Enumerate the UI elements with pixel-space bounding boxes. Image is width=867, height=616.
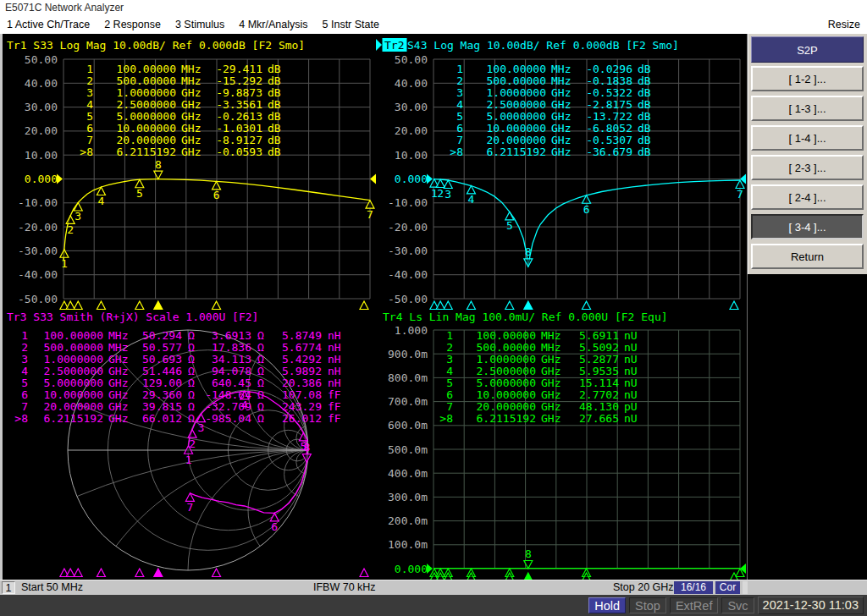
marker-table-cell: 5.6911 (579, 329, 619, 342)
marker-table-cell: -29.411 (216, 63, 262, 75)
hold-indicator: Hold (588, 597, 626, 613)
marker-table-cell: dB (638, 110, 651, 123)
marker-table-cell: 243.29 (282, 400, 322, 413)
resize-button[interactable]: Resize (828, 15, 860, 34)
marker-triangle (74, 301, 82, 310)
marker-number: 5 (506, 219, 513, 232)
softkey-1-2[interactable]: [ 1-2 ]... (751, 66, 864, 91)
marker-table-cell: 100.00000 (487, 63, 546, 75)
marker-table-cell: GHz (181, 134, 201, 146)
marker-triangle (444, 301, 452, 310)
marker-table-cell: 129.00 (142, 377, 182, 389)
marker-triangle (360, 569, 368, 577)
window-titlebar: E5071C Network Analyzer (0, 0, 867, 15)
marker-table-cell: GHz (551, 86, 571, 99)
softkey-menu-title: S2P (751, 36, 864, 63)
svc-indicator: Svc (721, 597, 754, 613)
marker-table-cell: dB (268, 98, 281, 111)
marker-number: 1 (185, 454, 192, 466)
menu-instr-state[interactable]: 5 Instr State (323, 15, 379, 34)
menu-spacer (394, 15, 828, 34)
softkey-return[interactable]: Return (751, 244, 864, 269)
marker-table-cell: dB (638, 63, 651, 75)
menu-active-ch-trace[interactable]: 1 Active Ch/Trace (7, 15, 90, 34)
softkey-2-4[interactable]: [ 2-4 ]... (751, 184, 864, 210)
window-title: E5071C Network Analyzer (5, 2, 124, 14)
y-axis-label: -20.00 (18, 221, 58, 234)
marker-table-cell: 2 (456, 74, 463, 87)
marker-table-cell: Ω (257, 329, 264, 342)
marker-table-cell: 5.0000000 (44, 377, 103, 389)
marker-table-cell: 66.012 (142, 412, 182, 425)
marker-table-cell: 7 (86, 134, 93, 146)
marker-table-cell: GHz (108, 388, 128, 401)
marker-table-cell: 20.000000 (477, 400, 536, 413)
marker-table-cell: 100.00000 (117, 63, 176, 75)
marker-table-cell: Ω (257, 341, 264, 354)
marker-number: 3 (445, 188, 451, 201)
marker-table-cell: 6 (446, 388, 453, 401)
softkey-1-4[interactable]: [ 1-4 ]... (751, 125, 864, 151)
marker-table-cell: Ω (257, 377, 264, 389)
marker-table-cell: 5.0000000 (487, 110, 546, 123)
marker-table-cell: GHz (108, 353, 128, 366)
marker-triangle (97, 301, 105, 310)
marker-table-cell: 1.0000000 (487, 86, 546, 99)
marker-table-cell: 1 (21, 329, 28, 342)
marker-number: 4 (468, 193, 475, 206)
marker-table-cell: 1 (446, 329, 453, 342)
y-axis-label: 20.00 (25, 124, 58, 137)
menu-mkr-analysis[interactable]: 4 Mkr/Analysis (239, 15, 307, 34)
marker-table-cell: 50.577 (142, 341, 182, 354)
datetime-readout: 2021-12-30 11:03 (758, 597, 864, 614)
marker-table-cell: 10.000000 (44, 388, 103, 401)
softkey-panel: S2P [ 1-2 ]... [ 1-3 ]... [ 1-4 ]... [ 2… (747, 34, 867, 580)
marker-triangle (524, 301, 533, 310)
menu-stimulus[interactable]: 3 Stimulus (175, 15, 224, 34)
marker-table-cell: 17.836 (212, 341, 251, 354)
marker-table-cell: GHz (181, 122, 201, 135)
marker-table-cell: nU (624, 353, 638, 366)
marker-table-cell: 5.9892 (282, 365, 322, 377)
marker-table-cell: 7 (446, 400, 453, 413)
marker-number: 6 (271, 520, 278, 533)
marker-table-cell: 3 (86, 86, 93, 99)
marker-table-cell: dB (638, 74, 651, 87)
marker-table-cell: 500.00000 (487, 74, 546, 87)
marker-table-cell: 2.7702 (579, 388, 619, 401)
softkey-2-3[interactable]: [ 2-3 ]... (751, 155, 864, 180)
y-axis-label: 1.000 (395, 324, 428, 337)
y-axis-label: 30.00 (25, 101, 58, 113)
marker-table-cell: nH (328, 329, 341, 342)
trace-title-label: Tr2 (384, 39, 404, 52)
y-axis-label: 0.000 (25, 173, 58, 185)
marker-number: 2 (437, 187, 444, 200)
softkey-1-3[interactable]: [ 1-3 ]... (751, 96, 864, 121)
marker-table-cell: GHz (551, 110, 571, 123)
marker-table-cell: dB (268, 63, 281, 75)
stop-indicator: Stop (629, 597, 666, 613)
marker-table-cell: nH (328, 353, 341, 366)
marker-table-cell: Ω (257, 388, 264, 401)
menu-response[interactable]: 2 Response (104, 15, 161, 34)
y-axis-label: -50.00 (18, 293, 58, 305)
marker-table-cell: Ω (257, 353, 264, 366)
marker-table-cell: 10.000000 (487, 122, 546, 135)
marker-table-cell: dB (268, 110, 281, 123)
marker-table-cell: MHz (551, 63, 571, 75)
marker-table-cell: -0.5322 (586, 86, 632, 99)
y-axis-label: 40.00 (395, 77, 428, 90)
marker-table-cell: 5 (21, 377, 28, 389)
softkey-3-4[interactable]: [ 3-4 ]... (751, 214, 864, 239)
screen-left-edge (0, 34, 3, 580)
marker-table-cell: Ω (188, 341, 195, 354)
marker-number: 4 (98, 195, 105, 207)
marker-table-cell: 2 (86, 74, 93, 87)
tr4-panel: 1.000900.0m800.0m700.0m600.0m500.0m400.0… (383, 311, 746, 580)
marker-table-cell: nU (624, 388, 638, 401)
y-axis-label: 50.00 (25, 53, 58, 66)
marker-table-cell: -13.722 (586, 110, 632, 123)
marker-table-cell: 5.8749 (282, 329, 322, 342)
reference-level-marker-left (427, 564, 433, 574)
marker-table-cell: -6.8052 (586, 122, 632, 135)
